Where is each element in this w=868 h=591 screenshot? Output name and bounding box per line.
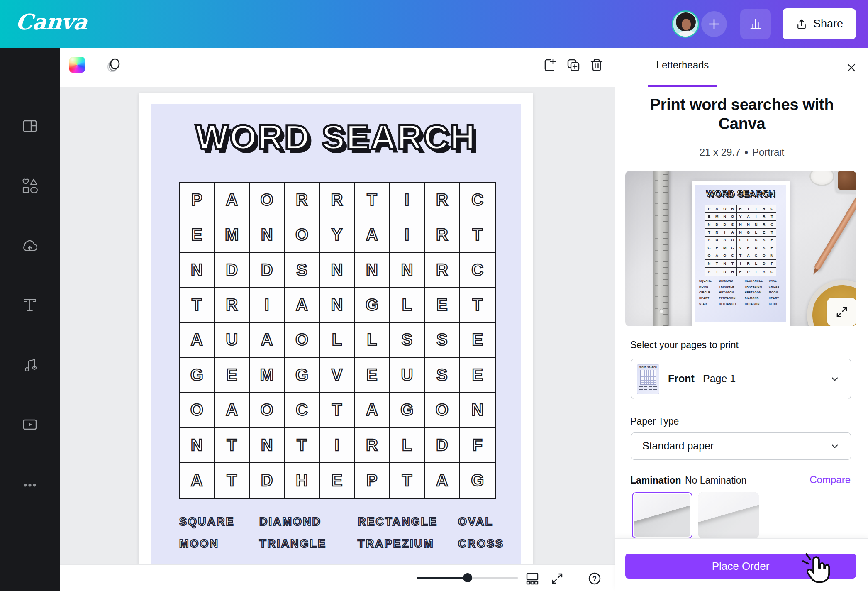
preview-word-item: CROSS: [769, 285, 779, 288]
zoom-slider-fill: [417, 577, 468, 579]
zoom-slider-knob[interactable]: [463, 573, 472, 582]
page-thumbnail-title: WORD SEARCH: [637, 366, 659, 369]
place-order-button[interactable]: Place Order: [625, 554, 856, 579]
paper-type-dropdown[interactable]: Standard paper: [631, 432, 851, 460]
canva-logo[interactable]: Canva: [15, 9, 88, 34]
grid-cell: N: [180, 428, 215, 463]
grid-cell: U: [390, 358, 425, 393]
grid-cell: T: [215, 463, 249, 498]
grid-cell: A: [250, 323, 285, 358]
word-item: TRIANGLE: [259, 537, 327, 550]
shadow-effect-button[interactable]: [104, 56, 123, 75]
help-icon: ?: [587, 571, 602, 586]
preview-expand-button[interactable]: [827, 298, 856, 326]
avatar-face: [682, 19, 691, 30]
preview-grid-cell: N: [752, 221, 760, 229]
grid-cell: I: [320, 428, 355, 463]
page-side-label: Front: [668, 373, 695, 385]
grid-cell: R: [425, 253, 460, 288]
grid-cell: G: [390, 393, 425, 428]
share-button-label: Share: [813, 17, 843, 30]
compare-link[interactable]: Compare: [809, 474, 851, 486]
puzzle-title: WORD SEARCH: [139, 117, 533, 157]
grid-cell: D: [250, 463, 285, 498]
preview-word-item: CIRCLE: [699, 291, 710, 294]
lamination-option-gloss[interactable]: [698, 492, 759, 539]
sidebar-item-text[interactable]: [21, 296, 39, 314]
grid-cell: N: [355, 253, 390, 288]
insights-button[interactable]: [740, 9, 771, 39]
design-orientation: Portrait: [752, 147, 784, 158]
trash-icon: [588, 57, 605, 73]
add-page-button[interactable]: [541, 56, 560, 75]
grid-cell: G: [355, 288, 390, 322]
help-button[interactable]: ?: [587, 571, 602, 586]
create-design-button[interactable]: [701, 11, 727, 37]
color-swatch[interactable]: [69, 57, 85, 73]
grid-cell: C: [285, 393, 319, 428]
delete-page-button[interactable]: [587, 56, 606, 75]
toolbar-divider: [95, 58, 95, 71]
grid-cell: N: [320, 288, 355, 322]
sidebar-item-videos[interactable]: [21, 415, 39, 434]
design-page[interactable]: WORD SEARCH PAORRTIRCEMNOYAIRTNDDSNNNRCT…: [139, 93, 533, 564]
grid-cell: O: [180, 393, 215, 428]
preview-grid-cell: P: [705, 205, 713, 213]
video-play-icon: [22, 416, 38, 433]
sidebar-item-design[interactable]: [21, 117, 39, 135]
preview-word-item: HEART: [699, 297, 709, 300]
preview-word-item: DIAMOND: [719, 279, 733, 282]
preview-word-item: MOON: [769, 291, 778, 294]
page-thumbnail: WORD SEARCH: [637, 364, 659, 394]
grid-cell: M: [250, 358, 285, 393]
close-panel-button[interactable]: [843, 59, 860, 76]
preview-grid-cell: T: [768, 213, 776, 221]
preview-word-item: RECTANGLE: [745, 279, 763, 282]
grid-cell: E: [215, 358, 249, 393]
grid-cell: N: [390, 253, 425, 288]
grid-cell: Y: [320, 217, 355, 252]
grid-cell: L: [355, 323, 390, 358]
preview-grid-cell: S: [729, 221, 737, 229]
grid-cell: A: [285, 288, 319, 322]
grid-cell: D: [215, 253, 249, 288]
preview-word-item: OCTAGON: [745, 303, 760, 305]
grid-cell: T: [285, 428, 319, 463]
page-thumbnail-grid: [640, 370, 656, 385]
preview-grid-cell: G: [752, 252, 760, 260]
product-preview-image[interactable]: WORD SEARCH PAORRTIRCEMNOYAIRTNDDSNNNRCT…: [625, 171, 856, 326]
grid-cell: T: [355, 183, 390, 217]
preview-grid-cell: A: [721, 237, 729, 244]
preview-grid-cell: N: [705, 260, 713, 268]
preview-word-item: DIAMOND: [745, 297, 759, 300]
duplicate-page-button[interactable]: [564, 56, 583, 75]
active-tab-underline: [648, 85, 717, 87]
sidebar-item-more[interactable]: [21, 476, 39, 494]
panel-subtitle: 21 x 29.7•Portrait: [615, 147, 868, 158]
preview-grid-cell: N: [721, 213, 729, 221]
sidebar-item-elements[interactable]: [21, 177, 39, 195]
tab-letterheads[interactable]: Letterheads: [640, 59, 725, 71]
grid-cell: O: [250, 183, 285, 217]
sidebar-item-uploads[interactable]: [21, 237, 39, 255]
chevron-down-icon: [830, 374, 840, 384]
grid-cell: R: [355, 428, 390, 463]
preview-grid-cell: R: [744, 260, 752, 268]
grid-cell: F: [460, 428, 495, 463]
grid-view-button[interactable]: [524, 571, 540, 586]
sidebar-item-audio[interactable]: [21, 356, 39, 374]
page-name-label: Page 1: [703, 373, 736, 385]
share-button[interactable]: Share: [783, 8, 856, 39]
preview-grid-cell: I: [721, 229, 729, 237]
lamination-option-none[interactable]: [632, 492, 692, 539]
preview-grid-cell: R: [760, 221, 768, 229]
preview-word-item: PENTAGON: [719, 297, 736, 300]
preview-grid-cell: F: [768, 260, 776, 268]
word-item: DIAMOND: [259, 515, 322, 528]
grid-cell: E: [355, 358, 390, 393]
pages-dropdown[interactable]: WORD SEARCH Front Page 1: [631, 359, 851, 399]
preview-word-item: RECTANGLE: [719, 303, 737, 305]
preview-grid-cell: A: [729, 229, 737, 237]
fullscreen-button[interactable]: [549, 571, 565, 586]
avatar[interactable]: [672, 10, 699, 38]
